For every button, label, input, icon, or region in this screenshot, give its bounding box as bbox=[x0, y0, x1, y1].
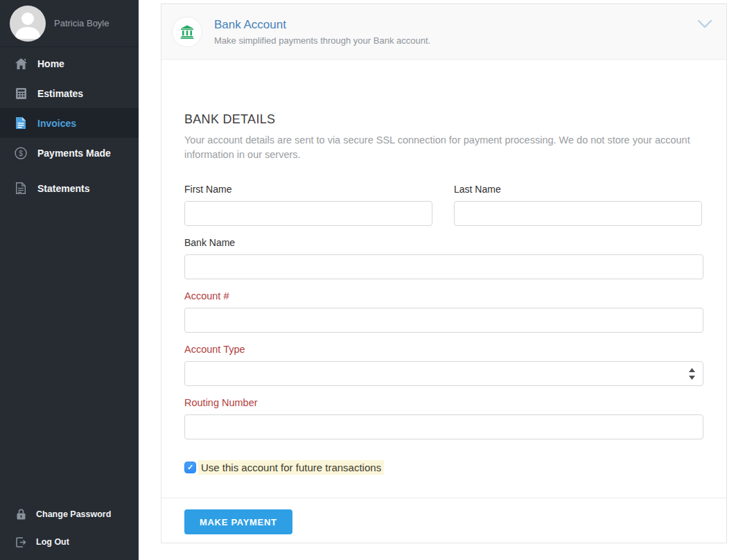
routing-number-input[interactable] bbox=[184, 414, 703, 439]
bank-account-header[interactable]: Bank Account Make simplified payments th… bbox=[161, 4, 726, 60]
bank-name-label: Bank Name bbox=[184, 237, 703, 248]
home-icon bbox=[15, 58, 27, 70]
payment-method-title: Bank Account bbox=[214, 18, 430, 32]
payment-panel: Bank Account Make simplified payments th… bbox=[161, 3, 727, 543]
first-name-label: First Name bbox=[184, 184, 432, 195]
client-portal-screen: Patricia Boyle Home bbox=[0, 0, 754, 560]
bank-name-input[interactable] bbox=[184, 254, 703, 279]
select-spinner-icon bbox=[689, 368, 695, 383]
last-name-input[interactable] bbox=[454, 201, 702, 226]
routing-number-label: Routing Number bbox=[184, 397, 703, 408]
log-out-link[interactable]: Log Out bbox=[0, 528, 139, 556]
avatar bbox=[10, 6, 46, 42]
first-name-input[interactable] bbox=[184, 201, 432, 226]
sidebar-item-label: Statements bbox=[37, 183, 89, 194]
account-number-label: Account # bbox=[184, 290, 703, 301]
section-description: Your account details are sent to via sec… bbox=[184, 133, 702, 162]
user-block[interactable]: Patricia Boyle bbox=[0, 0, 139, 47]
make-payment-button[interactable]: MAKE PAYMENT bbox=[184, 509, 292, 534]
sidebar: Patricia Boyle Home bbox=[0, 0, 139, 560]
future-transactions-row: ✓ Use this account for future transactio… bbox=[184, 460, 702, 475]
invoice-icon bbox=[15, 117, 27, 130]
sidebar-nav: Home Estimates bbox=[0, 47, 139, 203]
user-name: Patricia Boyle bbox=[54, 18, 109, 28]
future-transactions-checkbox[interactable]: ✓ bbox=[184, 462, 196, 473]
lock-icon bbox=[16, 509, 26, 520]
sidebar-item-estimates[interactable]: Estimates bbox=[0, 78, 139, 108]
statement-icon bbox=[15, 182, 27, 195]
log-out-label: Log Out bbox=[36, 537, 69, 547]
sidebar-item-label: Home bbox=[37, 58, 64, 69]
svg-text:$: $ bbox=[19, 149, 23, 157]
logout-icon bbox=[16, 536, 26, 548]
payment-method-text: Bank Account Make simplified payments th… bbox=[214, 18, 430, 46]
dollar-circle-icon: $ bbox=[15, 147, 27, 159]
sidebar-item-label: Invoices bbox=[37, 118, 76, 129]
future-transactions-label: Use this account for future transactions bbox=[198, 460, 384, 475]
sidebar-footer: Change Password Log Out bbox=[0, 500, 139, 556]
sidebar-item-payments-made[interactable]: $ Payments Made bbox=[0, 138, 139, 168]
person-icon bbox=[10, 6, 46, 42]
calculator-icon bbox=[15, 87, 27, 100]
account-type-select[interactable] bbox=[184, 361, 703, 386]
sidebar-item-invoices[interactable]: Invoices bbox=[0, 108, 139, 138]
sidebar-item-home[interactable]: Home bbox=[0, 49, 139, 78]
last-name-label: Last Name bbox=[454, 184, 702, 195]
change-password-link[interactable]: Change Password bbox=[0, 500, 139, 528]
account-type-label: Account Type bbox=[184, 344, 703, 355]
sidebar-item-statements[interactable]: Statements bbox=[0, 173, 139, 203]
change-password-label: Change Password bbox=[36, 509, 111, 519]
account-number-input[interactable] bbox=[184, 308, 703, 333]
bank-details-form: First Name Last Name Bank Name Account # bbox=[184, 173, 702, 534]
section-title: BANK DETAILS bbox=[184, 112, 702, 127]
footer-divider bbox=[161, 498, 726, 498]
payment-method-subtitle: Make simplified payments through your Ba… bbox=[214, 35, 430, 46]
chevron-down-icon[interactable] bbox=[697, 19, 712, 32]
bank-icon bbox=[180, 25, 194, 39]
sidebar-item-label: Estimates bbox=[37, 88, 83, 99]
payment-method-badge bbox=[172, 17, 202, 47]
sidebar-item-label: Payments Made bbox=[37, 148, 111, 159]
bank-details-section: BANK DETAILS Your account details are se… bbox=[161, 60, 726, 534]
